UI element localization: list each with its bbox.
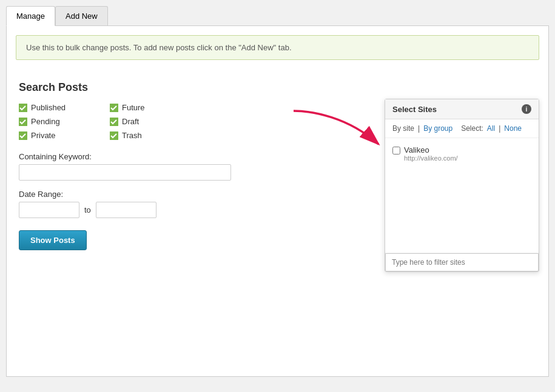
checkbox-published[interactable]: Published bbox=[19, 103, 98, 112]
search-posts-title: Search Posts bbox=[19, 81, 536, 94]
checkbox-trash[interactable]: Trash bbox=[110, 131, 189, 140]
draft-checkbox-icon bbox=[110, 118, 118, 126]
info-icon[interactable]: i bbox=[522, 104, 531, 114]
tab-add-new-label: Add New bbox=[66, 12, 98, 21]
by-group-link[interactable]: By group bbox=[423, 124, 452, 133]
checkbox-draft[interactable]: Draft bbox=[110, 117, 189, 126]
trash-label: Trash bbox=[122, 131, 142, 140]
private-label: Private bbox=[31, 131, 55, 140]
date-from-input[interactable] bbox=[19, 202, 79, 218]
show-posts-button[interactable]: Show Posts bbox=[19, 230, 87, 250]
tabs-container: Manage Add New bbox=[6, 6, 549, 25]
select-sites-controls: By site | By group Select: All | None bbox=[385, 119, 539, 138]
draft-label: Draft bbox=[122, 117, 139, 126]
pipe-separator-2: | bbox=[499, 124, 500, 133]
private-checkbox-icon bbox=[19, 131, 27, 140]
info-banner: Use this to bulk change posts. To add ne… bbox=[16, 35, 539, 60]
date-to-text: to bbox=[84, 205, 91, 214]
pipe-separator-1: | bbox=[418, 124, 420, 133]
by-site-label: By site bbox=[392, 124, 414, 133]
site-item: Valikeo http://valikeo.com/ bbox=[392, 143, 531, 164]
site-item-info: Valikeo http://valikeo.com/ bbox=[404, 145, 458, 162]
content-area: Use this to bulk change posts. To add ne… bbox=[6, 25, 549, 377]
select-all-link[interactable]: All bbox=[487, 124, 495, 133]
trash-checkbox-icon bbox=[110, 131, 118, 140]
pending-label: Pending bbox=[31, 117, 60, 126]
select-none-link[interactable]: None bbox=[504, 124, 522, 133]
date-to-input[interactable] bbox=[96, 202, 156, 218]
future-label: Future bbox=[122, 103, 145, 112]
future-checkbox-icon bbox=[110, 104, 118, 112]
site-checkbox-valikeo[interactable] bbox=[392, 147, 400, 154]
select-sites-header: Select Sites i bbox=[385, 99, 539, 119]
page-wrapper: Manage Add New Use this to bulk change p… bbox=[0, 0, 555, 392]
site-name: Valikeo bbox=[404, 145, 458, 154]
checkbox-grid: Published Future Pending bbox=[19, 103, 189, 140]
tab-manage[interactable]: Manage bbox=[6, 6, 55, 26]
site-url: http://valikeo.com/ bbox=[404, 154, 458, 162]
select-sites-title: Select Sites bbox=[392, 105, 437, 114]
info-banner-text: Use this to bulk change posts. To add ne… bbox=[26, 43, 292, 52]
pending-checkbox-icon bbox=[19, 118, 27, 126]
sites-list: Valikeo http://valikeo.com/ bbox=[385, 138, 539, 253]
tab-manage-label: Manage bbox=[16, 12, 45, 21]
checkbox-private[interactable]: Private bbox=[19, 131, 98, 140]
checkbox-future[interactable]: Future bbox=[110, 103, 189, 112]
select-sites-panel: Select Sites i By site | By group Select… bbox=[385, 99, 539, 272]
published-checkbox-icon bbox=[19, 104, 27, 112]
select-label: Select: bbox=[461, 124, 483, 133]
published-label: Published bbox=[31, 103, 66, 112]
filter-sites-input[interactable] bbox=[385, 253, 539, 271]
tab-add-new[interactable]: Add New bbox=[55, 6, 108, 25]
keyword-input[interactable] bbox=[19, 164, 231, 181]
checkbox-pending[interactable]: Pending bbox=[19, 117, 98, 126]
